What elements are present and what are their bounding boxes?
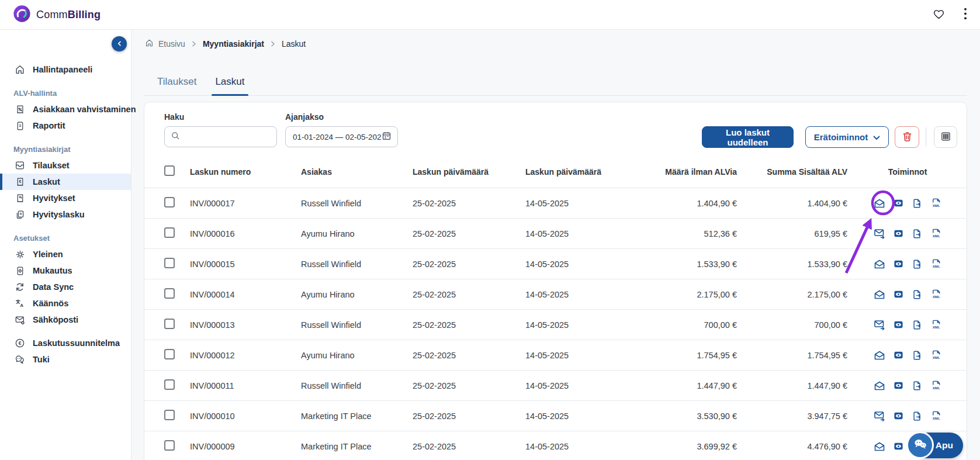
xml-download-icon[interactable]: XML: [930, 350, 942, 361]
view-icon[interactable]: [893, 411, 904, 421]
due-date: 14-05-2025: [525, 442, 631, 451]
sidebar-item-asiakkaan-vahvistaminen[interactable]: Asiakkaan vahvistaminen: [0, 101, 131, 117]
svg-text:XML: XML: [932, 264, 940, 268]
sidebar-item-s-hk-posti[interactable]: Sähköposti: [0, 312, 131, 328]
xml-download-icon[interactable]: XML: [930, 198, 942, 209]
mail-open-icon[interactable]: [874, 441, 885, 452]
row-checkbox[interactable]: [164, 410, 175, 420]
sidebar-item-yleinen[interactable]: Yleinen: [0, 246, 131, 262]
delete-button[interactable]: [895, 126, 919, 148]
mail-send-icon[interactable]: [874, 228, 885, 239]
export-file-icon[interactable]: [912, 320, 923, 330]
sidebar-item-k-nn-s[interactable]: AKäännös: [0, 295, 131, 312]
export-file-icon[interactable]: [912, 381, 923, 391]
xml-download-icon[interactable]: XML: [930, 289, 942, 300]
xml-download-icon[interactable]: XML: [930, 380, 942, 391]
row-checkbox[interactable]: [164, 197, 175, 207]
xml-download-icon[interactable]: XML: [930, 410, 942, 421]
mail-open-icon[interactable]: [874, 289, 885, 300]
view-icon[interactable]: [893, 198, 904, 208]
export-file-icon[interactable]: [912, 350, 923, 361]
xml-download-icon[interactable]: XML: [930, 228, 942, 239]
column-settings-button[interactable]: [934, 126, 957, 148]
export-file-icon[interactable]: [912, 198, 923, 209]
search-field: [164, 126, 277, 147]
search-label: Haku: [164, 112, 184, 122]
amount-excl-vat: 700,00 €: [631, 320, 737, 330]
customer-name: Marketing IT Place: [301, 411, 413, 421]
export-file-icon[interactable]: [912, 289, 923, 300]
amount-incl-vat: 4.476,90 €: [737, 442, 847, 451]
breadcrumb-label: Myyntiasiakirjat: [203, 39, 264, 49]
brand-logo[interactable]: CommBilling: [13, 5, 101, 25]
amount-excl-vat: 2.175,00 €: [631, 290, 737, 299]
chevron-left-icon: [116, 40, 123, 49]
sidebar-item-hallintapaneeli[interactable]: Hallintapaneeli: [0, 61, 131, 78]
export-file-icon[interactable]: [912, 259, 923, 269]
sidebar-item-tilaukset[interactable]: Tilaukset: [0, 157, 131, 174]
table-body: INV/000017 Russell Winfield 25-02-2025 1…: [144, 188, 967, 460]
xml-download-icon[interactable]: XML: [930, 258, 942, 269]
xml-download-icon[interactable]: XML: [930, 319, 942, 330]
invoice-date: 25-02-2025: [413, 351, 525, 360]
favorites-button[interactable]: [931, 7, 946, 23]
sidebar-item-hyvityslasku[interactable]: Hyvityslasku: [0, 206, 131, 223]
sidebar-item-data-sync[interactable]: Data Sync: [0, 279, 131, 295]
view-icon[interactable]: [893, 350, 904, 360]
mail-open-icon[interactable]: [874, 198, 885, 209]
amount-excl-vat: 1.404,90 €: [631, 199, 737, 208]
row-checkbox[interactable]: [164, 349, 175, 359]
table-row: INV/000012 Ayumu Hirano 25-02-2025 14-05…: [144, 340, 967, 371]
select-all-checkbox[interactable]: [164, 165, 175, 176]
sidebar-item-mukautus[interactable]: Mukautus: [0, 262, 131, 279]
chat-widget-button[interactable]: [906, 431, 934, 459]
table-row: INV/000016 Ayumu Hirano 25-02-2025 14-05…: [144, 219, 967, 249]
mail-open-icon[interactable]: [874, 259, 885, 269]
row-actions: XML: [847, 319, 968, 330]
sidebar-item-tuki[interactable]: Tuki: [0, 351, 131, 368]
view-icon[interactable]: [893, 259, 904, 269]
view-icon[interactable]: [893, 381, 904, 390]
row-checkbox[interactable]: [164, 288, 175, 299]
row-checkbox[interactable]: [164, 440, 175, 451]
breadcrumb-item-myyntiasiakirjat[interactable]: Myyntiasiakirjat: [203, 39, 264, 49]
row-checkbox[interactable]: [164, 227, 175, 238]
invoice-number: INV/000010: [190, 411, 301, 421]
sidebar-item-label: Raportit: [33, 121, 65, 130]
tab-tilaukset[interactable]: Tilaukset: [157, 69, 196, 95]
sidebar-item-raportit[interactable]: Raportit: [0, 117, 131, 134]
sidebar-item-label: Sähköposti: [33, 315, 78, 324]
svg-text:XML: XML: [932, 355, 940, 359]
svg-text:€: €: [19, 178, 21, 184]
export-file-icon[interactable]: [912, 229, 923, 239]
mail-send-icon[interactable]: [874, 410, 885, 421]
tab-laskut[interactable]: Laskut: [215, 69, 244, 95]
breadcrumb-item-etusivu[interactable]: Etusivu: [145, 39, 185, 49]
due-date: 14-05-2025: [525, 411, 631, 421]
sidebar-collapse-button[interactable]: [112, 36, 127, 51]
view-icon[interactable]: [893, 320, 904, 330]
period-field[interactable]: 01-01-2024 — 02-05-202: [285, 126, 398, 147]
sidebar-item-hyvitykset[interactable]: Hyvitykset: [0, 190, 131, 206]
view-icon[interactable]: [893, 229, 904, 238]
search-input[interactable]: [184, 132, 271, 142]
batch-actions-button[interactable]: Erätoiminnot: [805, 126, 889, 148]
recreate-invoices-button[interactable]: Luo laskut uudelleen: [702, 126, 794, 148]
sidebar-item-laskut[interactable]: €Laskut: [0, 174, 131, 190]
view-icon[interactable]: [893, 441, 904, 451]
table-header: Laskun numero Asiakas Laskun päivämäärä …: [144, 155, 967, 188]
invoice-date: 25-02-2025: [413, 381, 525, 390]
row-checkbox[interactable]: [164, 379, 175, 390]
mail-open-icon[interactable]: [874, 381, 885, 391]
row-checkbox[interactable]: [164, 258, 175, 268]
mail-send-icon[interactable]: [874, 319, 885, 330]
view-icon[interactable]: [893, 289, 904, 299]
row-checkbox[interactable]: [164, 319, 175, 329]
invoice-date: 25-02-2025: [413, 199, 525, 208]
sidebar-item-laskutussuunnitelma[interactable]: €Laskutussuunnitelma: [0, 335, 131, 351]
export-file-icon[interactable]: [912, 411, 923, 421]
mail-open-icon[interactable]: [874, 350, 885, 361]
more-menu-button[interactable]: [962, 6, 968, 23]
amount-incl-vat: 3.947,75 €: [737, 411, 847, 421]
table-row: INV/000011 Russell Winfield 25-02-2025 1…: [144, 371, 967, 401]
